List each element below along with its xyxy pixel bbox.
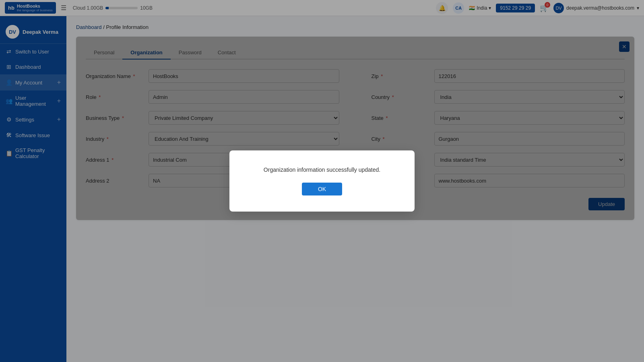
dialog-overlay: Organization information successfully up…	[0, 0, 644, 362]
dialog-message: Organization information successfully up…	[264, 167, 380, 173]
success-dialog: Organization information successfully up…	[229, 150, 415, 212]
dialog-ok-button[interactable]: OK	[302, 183, 342, 195]
